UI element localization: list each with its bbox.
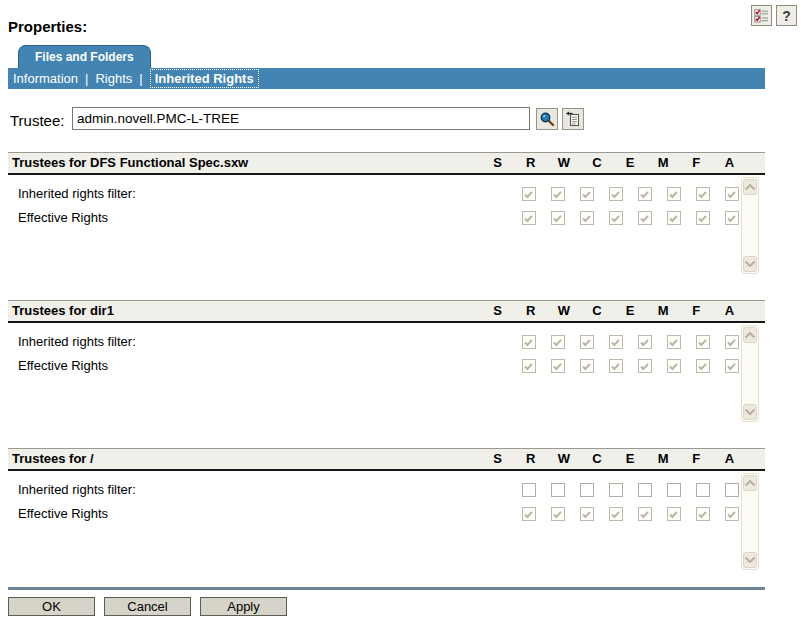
checkbox-f[interactable] (696, 483, 710, 497)
history-icon (565, 111, 581, 127)
modified-pages-button[interactable] (751, 5, 772, 26)
check-cell (688, 182, 717, 206)
check-cell (688, 502, 717, 526)
scroll-up-button[interactable] (743, 327, 757, 343)
checkbox-m[interactable] (667, 483, 681, 497)
scroll-down-button[interactable] (743, 256, 757, 272)
check-cell (543, 478, 572, 502)
scroll-down-button[interactable] (743, 404, 757, 420)
link-rights[interactable]: Rights (95, 71, 132, 86)
check-mark-icon (581, 361, 592, 372)
rights-check-strip (514, 206, 746, 230)
check-mark-icon (726, 213, 737, 224)
check-mark-icon (552, 213, 563, 224)
rights-column-w: W (547, 153, 580, 173)
footer-buttons: OK Cancel Apply (8, 597, 287, 616)
check-mark-icon (668, 213, 679, 224)
checkbox-m (667, 359, 681, 373)
check-mark-icon (581, 189, 592, 200)
help-button[interactable]: ? (776, 5, 797, 26)
checkbox-s[interactable] (522, 483, 536, 497)
section-header: Trustees for DFS Functional Spec.sxw SRW… (8, 152, 765, 175)
checkbox-e (638, 359, 652, 373)
section-rows: Inherited rights filter:Effective Rights (8, 330, 765, 378)
section-title: Trustees for dir1 (12, 301, 114, 321)
checkbox-r[interactable] (551, 483, 565, 497)
ok-button[interactable]: OK (8, 597, 95, 616)
checkbox-m (667, 335, 681, 349)
check-mark-icon (697, 213, 708, 224)
object-selector-button[interactable] (536, 108, 558, 130)
check-cell (630, 206, 659, 230)
check-cell (688, 354, 717, 378)
rights-check-strip (514, 330, 746, 354)
checkbox-r (551, 359, 565, 373)
object-history-button[interactable] (562, 108, 584, 130)
checkbox-e[interactable] (638, 483, 652, 497)
checkbox-c (609, 211, 623, 225)
checkbox-f (696, 187, 710, 201)
tab-files-and-folders[interactable]: Files and Folders (18, 45, 151, 69)
rights-row: Inherited rights filter: (8, 182, 765, 206)
checkbox-a (725, 187, 739, 201)
check-mark-icon (668, 189, 679, 200)
section-scrollbar[interactable] (741, 473, 759, 570)
check-mark-icon (581, 213, 592, 224)
section-scrollbar[interactable] (741, 177, 759, 274)
rights-row: Effective Rights (8, 502, 765, 526)
check-mark-icon (523, 337, 534, 348)
rights-column-m: M (647, 301, 680, 321)
check-cell (543, 330, 572, 354)
checkbox-w[interactable] (580, 483, 594, 497)
check-cell (572, 502, 601, 526)
rights-check-strip (514, 354, 746, 378)
trustee-input[interactable] (72, 107, 530, 130)
scroll-up-button[interactable] (743, 475, 757, 491)
checkbox-s (522, 187, 536, 201)
section-body: Inherited rights filter:Effective Rights (8, 323, 765, 424)
check-mark-icon (639, 361, 650, 372)
rights-check-strip (514, 478, 746, 502)
check-mark-icon (697, 361, 708, 372)
checkbox-c[interactable] (609, 483, 623, 497)
check-mark-icon (726, 337, 737, 348)
checkbox-f (696, 335, 710, 349)
rights-column-c: C (580, 301, 613, 321)
check-cell (514, 330, 543, 354)
check-mark-icon (639, 213, 650, 224)
trustee-label: Trustee: (10, 112, 64, 129)
rights-column-s: S (481, 449, 514, 469)
section-scrollbar[interactable] (741, 325, 759, 422)
checkbox-a[interactable] (725, 483, 739, 497)
rights-column-s: S (481, 153, 514, 173)
rights-column-m: M (647, 153, 680, 173)
section-title: Trustees for / (12, 449, 94, 469)
rights-column-r: R (514, 153, 547, 173)
rights-row: Effective Rights (8, 354, 765, 378)
chevron-up-icon (744, 183, 756, 191)
rights-column-a: A (713, 153, 746, 173)
rights-columns-header: SRWCEMFA (481, 153, 746, 173)
checkbox-w (580, 507, 594, 521)
rights-column-c: C (580, 153, 613, 173)
checkbox-w (580, 335, 594, 349)
window-controls: ? (751, 5, 797, 26)
link-information[interactable]: Information (13, 71, 78, 86)
scroll-up-button[interactable] (743, 179, 757, 195)
check-cell (659, 478, 688, 502)
rights-column-r: R (514, 449, 547, 469)
properties-page: Properties: ? Files and Folders Informat… (0, 0, 801, 618)
check-cell (572, 182, 601, 206)
check-mark-icon (639, 509, 650, 520)
checkbox-r (551, 211, 565, 225)
check-cell (514, 478, 543, 502)
link-inherited-rights[interactable]: Inherited Rights (150, 69, 259, 88)
scroll-down-button[interactable] (743, 552, 757, 568)
footer-divider (8, 587, 765, 590)
check-cell (514, 206, 543, 230)
checkbox-e (638, 211, 652, 225)
cancel-button[interactable]: Cancel (104, 597, 191, 616)
apply-button[interactable]: Apply (200, 597, 287, 616)
check-cell (514, 354, 543, 378)
check-cell (572, 478, 601, 502)
